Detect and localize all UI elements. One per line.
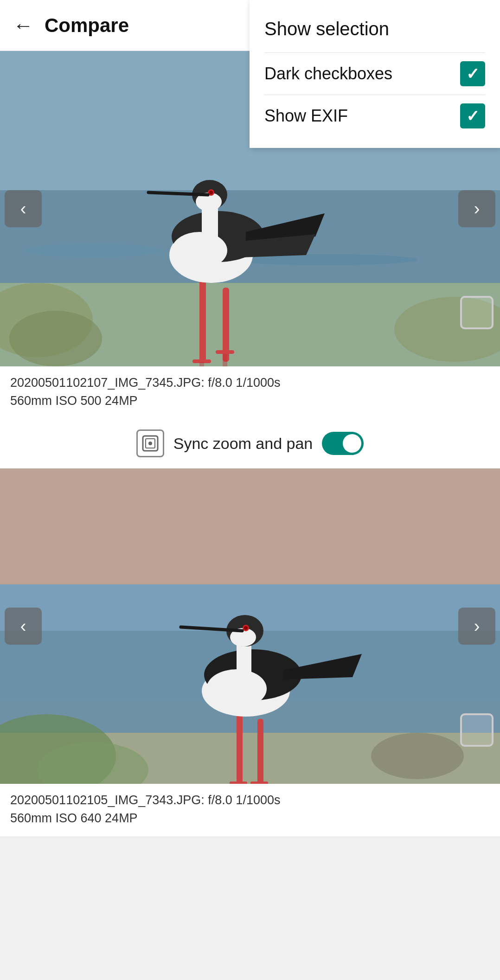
sync-toggle[interactable] [322,432,364,455]
header: ← Compare Show selection Dark checkboxes… [0,0,500,51]
svg-point-15 [172,232,227,269]
page-title: Compare [45,14,129,37]
dropdown-item-show-exif[interactable]: Show EXIF [264,95,485,137]
sync-label: Sync zoom and pan [173,435,313,453]
next-button-1[interactable]: › [458,190,495,227]
svg-point-26 [148,442,152,445]
svg-rect-36 [257,719,263,784]
toggle-knob [343,434,361,453]
dark-checkboxes-label: Dark checkboxes [264,64,392,83]
svg-point-34 [371,733,464,779]
svg-rect-28 [0,468,500,584]
exif-info-1: 20200501102107_IMG_7345.JPG: f/8.0 1/100… [0,366,500,418]
next-icon-2: › [474,617,480,635]
svg-rect-37 [230,781,247,784]
dropdown-title: Show selection [264,11,485,52]
next-icon-1: › [474,200,480,218]
svg-point-7 [9,311,102,366]
prev-button-2[interactable]: ‹ [5,608,42,645]
dark-checkboxes-checkbox[interactable] [460,61,485,86]
exif-text-2: 20200501102105_IMG_7343.JPG: f/8.0 1/100… [10,793,280,825]
svg-rect-23 [223,354,227,366]
svg-rect-22 [199,362,204,366]
back-button[interactable]: ← [13,15,33,36]
show-exif-label: Show EXIF [264,106,348,126]
exif-text-1: 20200501102107_IMG_7345.JPG: f/8.0 1/100… [10,376,280,408]
image-panel-2: ‹ › [0,468,500,784]
next-button-2[interactable]: › [458,608,495,645]
prev-button-1[interactable]: ‹ [5,190,42,227]
exif-info-2: 20200501102105_IMG_7343.JPG: f/8.0 1/100… [0,784,500,836]
selection-box-2[interactable] [460,713,494,747]
svg-rect-12 [216,350,234,354]
focus-icon-svg [142,435,159,452]
show-exif-checkbox[interactable] [460,103,485,128]
svg-point-46 [244,626,248,630]
svg-rect-35 [237,710,243,784]
svg-point-20 [209,191,213,194]
svg-line-21 [148,192,208,195]
svg-point-4 [23,243,162,257]
bird-image-2-svg [0,468,500,784]
dropdown-item-dark-checkboxes[interactable]: Dark checkboxes [264,53,485,95]
svg-rect-9 [199,278,206,362]
svg-rect-38 [250,781,268,784]
selection-box-1[interactable] [460,296,494,329]
sync-bar: Sync zoom and pan [0,418,500,468]
prev-icon-1: ‹ [20,200,26,218]
dropdown-menu: Show selection Dark checkboxes Show EXIF [250,0,500,148]
prev-icon-2: ‹ [20,617,26,635]
sync-zoom-icon [136,429,164,457]
